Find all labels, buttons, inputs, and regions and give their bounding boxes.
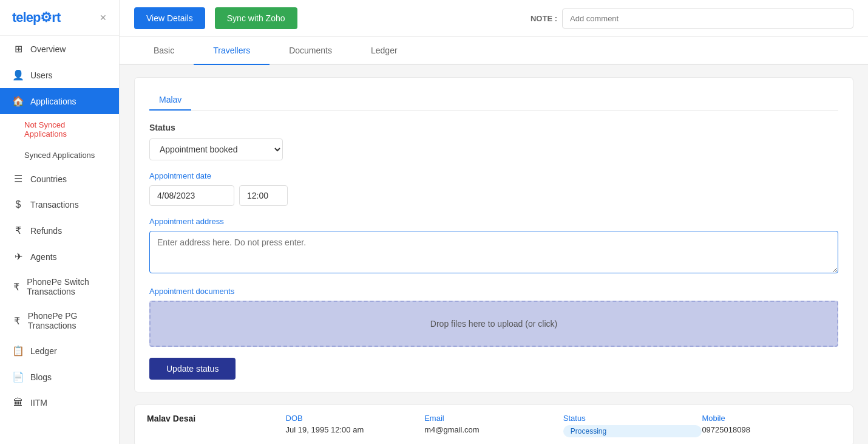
logo: telep⚙rt: [12, 10, 60, 26]
info-col-email: Email m4@gmail.com: [424, 414, 563, 434]
traveller-name: Malav Desai: [147, 414, 286, 423]
appointment-time-input[interactable]: [239, 185, 288, 206]
refunds-icon: ₹: [12, 225, 24, 236]
sidebar-item-iitm[interactable]: 🏛 IITM: [0, 390, 119, 415]
mobile-label: Mobile: [702, 414, 841, 423]
tab-basic[interactable]: Basic: [134, 37, 194, 65]
appointment-address-label: Appointment address: [149, 217, 838, 226]
sync-button[interactable]: Sync with Zoho: [215, 7, 297, 29]
traveller-tab-malav[interactable]: Malav: [149, 90, 191, 111]
sidebar-item-phonepe-pg[interactable]: ₹ PhonePe PG Transactions: [0, 304, 119, 338]
topbar: View Details Sync with Zoho NOTE :: [120, 0, 868, 37]
tab-travellers[interactable]: Travellers: [194, 37, 270, 65]
info-col-dob: DOB Jul 19, 1995 12:00 am: [286, 414, 425, 434]
traveller-tabs: Malav: [149, 90, 838, 111]
sidebar-item-label: IITM: [30, 398, 47, 408]
sidebar-item-countries[interactable]: ☰ Countries: [0, 166, 119, 192]
info-col-name: Malav Desai: [147, 414, 286, 423]
blogs-icon: 📄: [12, 371, 24, 383]
close-icon[interactable]: ✕: [100, 13, 107, 22]
mobile-value: 09725018098: [702, 425, 841, 434]
main-content: View Details Sync with Zoho NOTE : Basic…: [120, 0, 868, 444]
tabs-bar: Basic Travellers Documents Ledger: [120, 37, 868, 65]
sidebar-item-not-synced[interactable]: Not Synced Applications: [0, 114, 119, 145]
appointment-documents-label: Appointment documents: [149, 287, 838, 296]
sidebar-item-label: Applications: [30, 97, 76, 106]
file-drop-zone[interactable]: Drop files here to upload (or click): [149, 301, 838, 347]
appointment-date-label: Appointment date: [149, 171, 838, 180]
traveller-status-badge: Processing: [563, 425, 702, 437]
note-label: NOTE :: [531, 14, 557, 23]
tab-ledger[interactable]: Ledger: [351, 37, 417, 65]
dob-label: DOB: [286, 414, 425, 423]
dob-value: Jul 19, 1995 12:00 am: [286, 425, 425, 434]
ledger-icon: 📋: [12, 345, 24, 357]
sidebar: telep⚙rt ✕ ⊞ Overview 👤 Users 🏠 Applicat…: [0, 0, 120, 444]
status-select[interactable]: Appointment booked Processing Approved R…: [149, 138, 283, 160]
sidebar-item-agents[interactable]: ✈ Agents: [0, 244, 119, 270]
transactions-icon: $: [12, 199, 24, 210]
logo-area: telep⚙rt ✕: [0, 0, 119, 36]
sidebar-item-transactions[interactable]: $ Transactions: [0, 192, 119, 217]
sidebar-item-label: PhonePe PG Transactions: [28, 311, 107, 330]
traveller-info-row: Malav Desai DOB Jul 19, 1995 12:00 am Em…: [134, 405, 853, 444]
info-col-mobile: Mobile 09725018098: [702, 414, 841, 434]
info-col-status: Status Processing: [563, 414, 702, 437]
update-status-button[interactable]: Update status: [149, 358, 236, 380]
note-area: NOTE :: [307, 9, 854, 29]
sidebar-item-blogs[interactable]: 📄 Blogs: [0, 364, 119, 390]
sidebar-subitem-label: Not Synced Applications: [24, 120, 67, 138]
content-area: Malav Status Appointment booked Processi…: [120, 65, 868, 444]
sidebar-item-label: Transactions: [30, 200, 79, 210]
sidebar-item-users[interactable]: 👤 Users: [0, 62, 119, 88]
sidebar-item-refunds[interactable]: ₹ Refunds: [0, 217, 119, 244]
users-icon: 👤: [12, 69, 24, 81]
overview-icon: ⊞: [12, 43, 24, 55]
traveller-card: Malav Status Appointment booked Processi…: [134, 77, 853, 392]
status-section: Status Appointment booked Processing App…: [149, 123, 838, 160]
sidebar-item-label: Ledger: [30, 346, 57, 356]
phonepe-pg-icon: ₹: [12, 315, 22, 327]
sidebar-subitem-label: Synced Applications: [24, 151, 95, 160]
iitm-icon: 🏛: [12, 397, 24, 408]
sidebar-item-label: Overview: [30, 44, 66, 54]
view-details-button[interactable]: View Details: [134, 7, 205, 29]
sidebar-item-phonepe-switch[interactable]: ₹ PhonePe Switch Transactions: [0, 270, 119, 304]
agents-icon: ✈: [12, 251, 24, 262]
email-value: m4@gmail.com: [424, 425, 563, 434]
note-input[interactable]: [562, 9, 853, 29]
countries-icon: ☰: [12, 173, 24, 185]
appointment-address-textarea[interactable]: [149, 231, 838, 273]
sidebar-item-overview[interactable]: ⊞ Overview: [0, 36, 119, 62]
sidebar-item-label: Countries: [30, 174, 67, 184]
traveller-status-label: Status: [563, 414, 702, 423]
applications-icon: 🏠: [12, 95, 24, 107]
tab-documents[interactable]: Documents: [270, 37, 351, 65]
sidebar-item-label: Blogs: [30, 372, 52, 382]
sidebar-item-label: Users: [30, 70, 53, 80]
sidebar-item-applications[interactable]: 🏠 Applications: [0, 88, 119, 114]
status-label: Status: [149, 123, 838, 132]
phonepe-switch-icon: ₹: [12, 281, 21, 293]
sidebar-item-ledger[interactable]: 📋 Ledger: [0, 338, 119, 364]
appointment-date-input[interactable]: [149, 185, 234, 206]
sidebar-item-label: Agents: [30, 252, 57, 262]
date-row: [149, 185, 838, 206]
email-label: Email: [424, 414, 563, 423]
sidebar-item-label: PhonePe Switch Transactions: [27, 277, 107, 296]
sidebar-item-synced[interactable]: Synced Applications: [0, 145, 119, 166]
sidebar-item-label: Refunds: [30, 226, 62, 236]
